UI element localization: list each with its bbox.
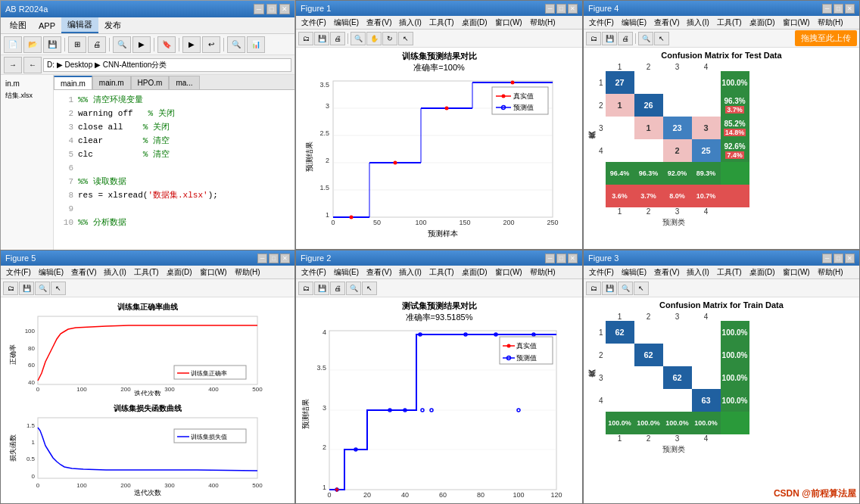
fig4-menu-help[interactable]: 帮助(H) [814, 17, 847, 29]
fig2-menu-view[interactable]: 查看(V) [363, 266, 395, 278]
fig3-close[interactable]: ✕ [845, 254, 855, 263]
fig1-maximize[interactable]: □ [556, 4, 566, 14]
fig5-menu-tools[interactable]: 工具(T) [130, 266, 163, 278]
upload-button[interactable]: 拖拽至此上传 [795, 30, 857, 46]
fig2-tb-zoom[interactable]: 🔍 [346, 282, 361, 295]
fig5-menu-edit[interactable]: 编辑(E) [35, 266, 67, 278]
close-button[interactable]: ✕ [279, 4, 290, 14]
file-item-xlsx[interactable]: 结集.xlsx [4, 89, 50, 102]
fig4-tb-3[interactable]: 🖨 [618, 32, 633, 45]
fig1-menu-help[interactable]: 帮助(H) [526, 17, 559, 29]
fig4-menu-window[interactable]: 窗口(W) [779, 17, 814, 29]
fig4-menu-tools[interactable]: 工具(T) [713, 17, 746, 29]
fig2-tb-3[interactable]: 🖨 [330, 282, 345, 295]
fig1-menu-window[interactable]: 窗口(W) [491, 17, 526, 29]
fig4-tb-zoom[interactable]: 🔍 [638, 32, 653, 45]
fig3-menu-insert[interactable]: 插入(I) [683, 266, 712, 278]
file-item-inm[interactable]: in.m [4, 78, 50, 89]
fig5-menu-insert[interactable]: 插入(I) [100, 266, 129, 278]
fig4-menu-file[interactable]: 文件(F) [585, 17, 618, 29]
fig4-menu-desktop[interactable]: 桌面(D) [746, 17, 779, 29]
fig5-menu-desktop[interactable]: 桌面(D) [163, 266, 196, 278]
nav-btn[interactable]: ▶ [132, 36, 151, 53]
fig4-close[interactable]: ✕ [845, 4, 855, 14]
run-btn[interactable]: ▶ [182, 36, 201, 53]
tab-hpo[interactable]: HPO.m [131, 76, 170, 89]
fig1-minimize[interactable]: ─ [545, 4, 555, 14]
fig5-maximize[interactable]: □ [269, 254, 279, 263]
goto-btn[interactable]: → [4, 57, 22, 73]
fig1-tb-pan[interactable]: ✋ [366, 32, 382, 45]
fig1-menu-desktop[interactable]: 桌面(D) [458, 17, 491, 29]
fig3-menu-desktop[interactable]: 桌面(D) [746, 266, 779, 278]
fig5-menu-file[interactable]: 文件(F) [2, 266, 35, 278]
fig1-tb-2[interactable]: 💾 [314, 32, 329, 45]
open-btn[interactable]: 📂 [23, 36, 42, 53]
fig4-tb-2[interactable]: 💾 [602, 32, 617, 45]
tab-main1[interactable]: main.m [54, 76, 92, 89]
fig5-menu-window[interactable]: 窗口(W) [196, 266, 231, 278]
fig2-tb-2[interactable]: 💾 [314, 282, 329, 295]
fig3-tb-1[interactable]: 🗂 [586, 282, 601, 295]
menu-app[interactable]: APP [33, 20, 61, 32]
fig3-tb-2[interactable]: 💾 [602, 282, 617, 295]
fig5-close[interactable]: ✕ [280, 254, 290, 263]
save-btn[interactable]: 💾 [43, 36, 61, 53]
fig5-menu-help[interactable]: 帮助(H) [231, 266, 264, 278]
fig2-menu-window[interactable]: 窗口(W) [491, 266, 526, 278]
tab-main2[interactable]: main.m [92, 76, 131, 89]
fig4-maximize[interactable]: □ [834, 4, 843, 14]
fig5-menu-view[interactable]: 查看(V) [67, 266, 100, 278]
fig4-menu-insert[interactable]: 插入(I) [683, 17, 712, 29]
fig3-menu-edit[interactable]: 编辑(E) [618, 266, 650, 278]
fig1-menu-insert[interactable]: 插入(I) [395, 17, 425, 29]
fig2-menu-desktop[interactable]: 桌面(D) [458, 266, 491, 278]
fig1-tb-rotate[interactable]: ↻ [382, 32, 397, 45]
fig1-menu-view[interactable]: 查看(V) [363, 17, 395, 29]
fig3-menu-help[interactable]: 帮助(H) [814, 266, 847, 278]
fig5-tb-1[interactable]: 🗂 [3, 282, 18, 295]
explore-btn[interactable]: 🔍 [227, 36, 245, 53]
fig2-tb-1[interactable]: 🗂 [298, 282, 313, 295]
back-btn[interactable]: ← [23, 57, 42, 73]
menu-plot[interactable]: 绘图 [4, 18, 33, 33]
fig2-menu-tools[interactable]: 工具(T) [425, 266, 458, 278]
fig3-menu-window[interactable]: 窗口(W) [779, 266, 814, 278]
fig3-tb-cursor[interactable]: ↖ [634, 282, 649, 295]
menu-editor[interactable]: 编辑器 [61, 17, 98, 33]
fig5-minimize[interactable]: ─ [257, 254, 267, 263]
maximize-button[interactable]: □ [266, 4, 277, 14]
address-bar[interactable]: D: ▶ Desktop ▶ CNN-Attention分类 [43, 58, 291, 72]
fig2-menu-help[interactable]: 帮助(H) [526, 266, 559, 278]
fig2-menu-insert[interactable]: 插入(I) [395, 266, 425, 278]
minimize-button[interactable]: ─ [254, 4, 264, 14]
fig5-tb-2[interactable]: 💾 [19, 282, 34, 295]
fig5-tb-zoom[interactable]: 🔍 [35, 282, 50, 295]
fig3-menu-view[interactable]: 查看(V) [650, 266, 683, 278]
find-btn[interactable]: 🔍 [113, 36, 131, 53]
fig1-menu-edit[interactable]: 编辑(E) [330, 17, 363, 29]
fig4-tb-1[interactable]: 🗂 [586, 32, 601, 45]
fig3-menu-file[interactable]: 文件(F) [585, 266, 618, 278]
fig2-menu-edit[interactable]: 编辑(E) [330, 266, 363, 278]
fig2-minimize[interactable]: ─ [545, 254, 555, 263]
fig1-tb-cursor[interactable]: ↖ [398, 32, 413, 45]
print-btn[interactable]: 🖨 [88, 36, 106, 53]
fig4-menu-edit[interactable]: 编辑(E) [618, 17, 650, 29]
fig4-minimize[interactable]: ─ [822, 4, 832, 14]
fig2-maximize[interactable]: □ [556, 254, 566, 263]
fig2-close[interactable]: ✕ [568, 254, 578, 263]
fig3-minimize[interactable]: ─ [822, 254, 832, 263]
compare-btn[interactable]: ⊞ [68, 36, 86, 53]
fig2-tb-cursor[interactable]: ↖ [362, 282, 377, 295]
fig3-maximize[interactable]: □ [834, 254, 843, 263]
fig2-menu-file[interactable]: 文件(F) [298, 266, 330, 278]
fig3-menu-tools[interactable]: 工具(T) [713, 266, 746, 278]
fig1-close[interactable]: ✕ [568, 4, 578, 14]
fig3-tb-zoom[interactable]: 🔍 [618, 282, 633, 295]
new-file-btn[interactable]: 📄 [4, 36, 22, 53]
fig1-tb-1[interactable]: 🗂 [298, 32, 313, 45]
fig1-tb-zoom[interactable]: 🔍 [351, 32, 366, 45]
fig1-menu-tools[interactable]: 工具(T) [425, 17, 458, 29]
fig5-tb-cursor[interactable]: ↖ [51, 282, 66, 295]
